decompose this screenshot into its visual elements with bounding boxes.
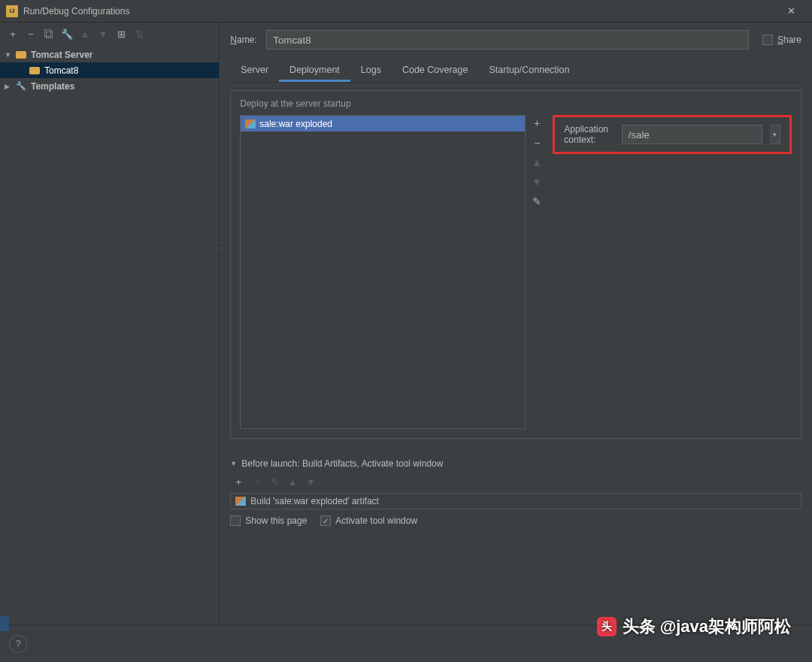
tab-server[interactable]: Server bbox=[230, 60, 279, 82]
dialog-footer: ? bbox=[0, 624, 812, 662]
app-icon: IJ bbox=[6, 5, 18, 17]
tomcat-icon bbox=[29, 65, 41, 76]
sidebar: + − ⿻ 🔧 ▲ ▼ ⊞ ⇅ ▼ Tomcat Server Tomcat8 … bbox=[0, 23, 220, 624]
remove-artifact-icon[interactable]: − bbox=[529, 135, 545, 151]
deploy-heading: Deploy at the server startup bbox=[240, 98, 792, 109]
down-icon: ▼ bbox=[95, 26, 111, 42]
name-input[interactable] bbox=[266, 30, 749, 50]
tree-node-templates[interactable]: ▶ 🔧 Templates bbox=[0, 78, 219, 94]
help-icon[interactable]: ? bbox=[9, 635, 27, 653]
add-task-icon[interactable]: + bbox=[230, 473, 247, 490]
before-launch-list[interactable]: Build 'sale:war exploded' artifact bbox=[230, 493, 801, 509]
move-up-icon: ▲ bbox=[529, 154, 545, 171]
before-launch-title: Before launch: Build Artifacts, Activate… bbox=[241, 458, 443, 469]
application-context-group: Application context: ▼ bbox=[553, 115, 792, 154]
up-icon: ▲ bbox=[77, 26, 93, 42]
move-down-icon: ▼ bbox=[529, 174, 545, 190]
close-icon[interactable]: ✕ bbox=[776, 1, 806, 22]
context-dropdown-icon[interactable]: ▼ bbox=[770, 125, 780, 144]
tree-node-tomcat-server[interactable]: ▼ Tomcat Server bbox=[0, 47, 219, 62]
add-icon[interactable]: + bbox=[5, 26, 21, 42]
edit-artifact-icon[interactable]: ✎ bbox=[529, 193, 545, 210]
task-down-icon: ▼ bbox=[302, 473, 319, 490]
tab-code-coverage[interactable]: Code Coverage bbox=[392, 60, 479, 82]
wrench-icon: 🔧 bbox=[15, 81, 27, 92]
task-up-icon: ▲ bbox=[284, 473, 301, 490]
tomcat-icon bbox=[15, 50, 27, 60]
show-this-page-checkbox[interactable]: Show this page bbox=[230, 515, 307, 526]
before-launch-task[interactable]: Build 'sale:war exploded' artifact bbox=[231, 494, 801, 509]
remove-icon[interactable]: − bbox=[23, 26, 39, 42]
tabs: Server Deployment Logs Code Coverage Sta… bbox=[230, 60, 801, 83]
content-panel: ⋮⋮⋮ Name: Share Server Deployment Logs C… bbox=[220, 23, 812, 624]
before-launch-section: ▼ Before launch: Build Artifacts, Activa… bbox=[230, 458, 801, 526]
checkbox-icon: ✓ bbox=[320, 515, 331, 526]
settings-icon[interactable]: 🔧 bbox=[59, 26, 75, 42]
artifact-item[interactable]: sale:war exploded bbox=[241, 116, 525, 131]
tab-startup-connection[interactable]: Startup/Connection bbox=[478, 60, 580, 82]
config-toolbar: + − ⿻ 🔧 ▲ ▼ ⊞ ⇅ bbox=[0, 23, 219, 45]
remove-task-icon: − bbox=[248, 473, 265, 490]
left-edge-decoration bbox=[0, 616, 9, 631]
chevron-right-icon: ▶ bbox=[5, 83, 15, 90]
context-input[interactable] bbox=[622, 125, 762, 144]
artifact-list[interactable]: sale:war exploded bbox=[240, 115, 526, 429]
checkbox-icon bbox=[762, 35, 773, 45]
artifact-icon bbox=[245, 119, 256, 128]
context-label: Application context: bbox=[564, 124, 614, 145]
tree-node-tomcat8[interactable]: Tomcat8 bbox=[0, 62, 219, 78]
activate-tool-window-checkbox[interactable]: ✓ Activate tool window bbox=[320, 515, 417, 526]
copy-icon[interactable]: ⿻ bbox=[41, 26, 57, 42]
splitter-handle[interactable]: ⋮⋮⋮ bbox=[215, 233, 223, 251]
edit-task-icon: ✎ bbox=[266, 473, 283, 490]
checkbox-icon bbox=[230, 515, 241, 526]
name-label: Name: bbox=[230, 35, 266, 45]
deployment-section: Deploy at the server startup sale:war ex… bbox=[230, 90, 801, 439]
folder-icon[interactable]: ⊞ bbox=[113, 26, 129, 42]
artifact-icon bbox=[235, 497, 246, 506]
config-tree: ▼ Tomcat Server Tomcat8 ▶ 🔧 Templates bbox=[0, 45, 219, 95]
chevron-down-icon: ▼ bbox=[5, 51, 15, 59]
chevron-down-icon[interactable]: ▼ bbox=[230, 460, 237, 467]
titlebar: IJ Run/Debug Configurations ✕ bbox=[0, 0, 812, 23]
window-title: Run/Debug Configurations bbox=[23, 6, 776, 17]
tab-deployment[interactable]: Deployment bbox=[279, 60, 350, 82]
add-artifact-icon[interactable]: + bbox=[529, 115, 545, 131]
share-checkbox[interactable]: Share bbox=[762, 35, 801, 45]
sort-icon: ⇅ bbox=[131, 26, 147, 42]
tab-logs[interactable]: Logs bbox=[350, 60, 392, 82]
